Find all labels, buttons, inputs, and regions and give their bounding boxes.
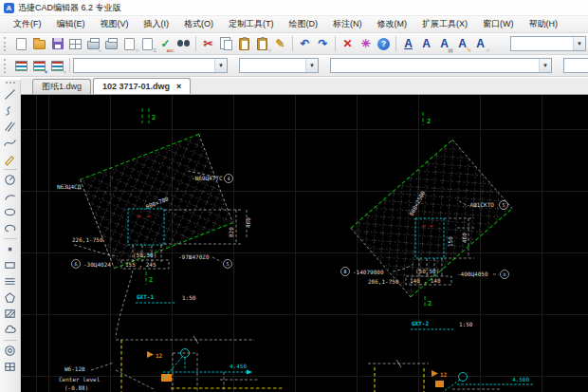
- polygon-tool[interactable]: [2, 289, 19, 306]
- bld-break-mark: [193, 336, 198, 344]
- menu-window[interactable]: 窗口(W): [475, 16, 522, 32]
- window-title: 迅捷CAD编辑器 6.2 专业版: [18, 2, 121, 14]
- paste-icon[interactable]: [235, 35, 253, 53]
- linetype-combo[interactable]: ▼: [330, 58, 552, 73]
- point-tool[interactable]: [2, 241, 19, 257]
- underline-text-icon[interactable]: A: [399, 35, 417, 53]
- save-icon[interactable]: [48, 35, 66, 53]
- purge-icon[interactable]: ✳: [357, 35, 375, 53]
- ellipse-tool[interactable]: [2, 204, 19, 220]
- chevron-down-icon[interactable]: ▼: [214, 59, 227, 72]
- sketch-tool[interactable]: [2, 151, 19, 167]
- curve-tool[interactable]: [2, 135, 19, 151]
- double-line-tool[interactable]: [2, 119, 19, 135]
- help-icon[interactable]: ?: [375, 35, 393, 53]
- gxt-1-leader-right-2: [212, 257, 222, 262]
- find-icon[interactable]: [175, 35, 193, 53]
- open-file-icon[interactable]: [30, 35, 48, 53]
- menu-dimension[interactable]: 标注(N): [325, 16, 370, 32]
- new-layer-icon[interactable]: ✦: [30, 57, 48, 75]
- gxt-2-bottom-marker: 2: [428, 300, 432, 308]
- color-combo[interactable]: ▼: [239, 58, 319, 73]
- bottom-left-detail[interactable]: W6-12B Center level (-0.88) 12 4.450: [59, 336, 285, 392]
- print-preview-icon[interactable]: ○: [120, 35, 138, 53]
- bld-cyan-leaders: [163, 357, 185, 380]
- text-style-combo[interactable]: ▼: [510, 36, 586, 51]
- spline-tool[interactable]: [2, 103, 19, 119]
- bld-orange-block: [161, 374, 172, 382]
- copy-icon[interactable]: [217, 35, 235, 53]
- delete-icon[interactable]: ✕: [339, 35, 357, 53]
- palette-separator: [4, 238, 17, 239]
- drawing-canvas[interactable]: 800×700 2 2 820 460 (50,50) 155 , 245 N6…: [21, 95, 588, 392]
- lineweight-combo[interactable]: ▼: [563, 58, 588, 73]
- gxt-1-datum-right-1-label: 4: [227, 176, 230, 181]
- save-all-icon[interactable]: [66, 35, 84, 53]
- layer-search-icon: [51, 61, 64, 71]
- multiline-tool[interactable]: [2, 273, 19, 289]
- tab-close-icon[interactable]: ×: [176, 82, 181, 91]
- menu-draw[interactable]: 绘图(D): [282, 16, 326, 32]
- gxt-2-label-right-2: -400Ц4050: [457, 271, 488, 277]
- layer-manager-icon[interactable]: [12, 57, 30, 75]
- format-painter-icon[interactable]: ✎: [271, 35, 289, 53]
- print-setup-icon[interactable]: →: [84, 35, 102, 53]
- spell-check-icon[interactable]: ✓ABC: [156, 35, 175, 53]
- bottom-right-detail[interactable]: 12 4.500: [368, 360, 533, 392]
- spell-check-icon-badge: ABC: [167, 49, 175, 53]
- menu-modify[interactable]: 修改(M): [370, 16, 415, 32]
- bld-marker-number: 12: [156, 352, 163, 359]
- viewport-tool[interactable]: [2, 359, 19, 375]
- menu-insert[interactable]: 插入(I): [137, 16, 177, 32]
- toolbar-grip[interactable]: [4, 37, 9, 51]
- bld-label-1: W6-12B: [64, 365, 85, 372]
- paste-special-icon[interactable]: ○: [253, 35, 271, 53]
- palette-grip[interactable]: [6, 82, 15, 84]
- export-icon[interactable]: ≡: [138, 35, 156, 53]
- print-icon[interactable]: [102, 35, 120, 53]
- gxt-2-dim-150: 150: [447, 236, 453, 247]
- edit-text-icon[interactable]: A✎: [453, 35, 471, 53]
- line-tool[interactable]: [2, 86, 19, 103]
- menu-help[interactable]: 帮助(H): [522, 16, 566, 32]
- layer-combo[interactable]: ▼: [73, 58, 228, 73]
- chevron-down-icon[interactable]: ▼: [305, 59, 318, 72]
- toolbar-grip[interactable]: [4, 59, 9, 73]
- chevron-down-icon[interactable]: ▼: [573, 37, 585, 50]
- font-icon[interactable]: A: [417, 35, 435, 53]
- text-style-icon[interactable]: A▤: [435, 35, 453, 53]
- bld-label-3: (-0.88): [64, 384, 88, 391]
- gxt-1-plan[interactable]: 800×700 2 2 820 460 (50,50) 155 , 245 N6…: [57, 108, 251, 338]
- gxt-2-plan[interactable]: 800×2500 2 2 460 150 (50,50) 140 , 140 B…: [341, 112, 513, 329]
- document-tab-1[interactable]: 图纸1.dwg: [32, 79, 91, 94]
- find-text-icon[interactable]: A○: [471, 35, 489, 53]
- gxt-1-label-right-2: -97Ш470Z0: [178, 253, 210, 260]
- title-bar: A 迅捷CAD编辑器 6.2 专业版: [0, 0, 588, 16]
- menu-edit[interactable]: 编辑(E): [49, 16, 93, 32]
- paste-icon: [239, 38, 249, 50]
- circle-tool[interactable]: [2, 172, 19, 188]
- drawing-viewport[interactable]: 800×700 2 2 820 460 (50,50) 155 , 245 N6…: [21, 95, 588, 392]
- menu-format[interactable]: 格式(O): [176, 16, 221, 32]
- main-toolbar-icons: →○≡✓ABC✂○✎↶↷✕✳?AAA▤A✎A○: [12, 35, 510, 53]
- undo-icon[interactable]: ↶: [296, 35, 314, 53]
- document-tab-2[interactable]: 102 3717-01.dwg×: [93, 78, 191, 94]
- menu-custom-tools[interactable]: 定制工具(T): [221, 16, 282, 32]
- bld-orange-arrow: [147, 351, 154, 358]
- new-file-icon[interactable]: [12, 35, 30, 53]
- rectangle-tool[interactable]: [2, 257, 19, 273]
- curve-tool-icon: [3, 136, 17, 150]
- layer-search-icon[interactable]: ○: [48, 57, 66, 75]
- point-tool-icon: [3, 242, 17, 256]
- menu-file[interactable]: 文件(F): [6, 16, 49, 32]
- chevron-down-icon[interactable]: ▼: [539, 59, 551, 72]
- ellipse-arc-tool[interactable]: [2, 220, 19, 236]
- menu-view[interactable]: 视图(V): [93, 16, 137, 32]
- hatch-tool[interactable]: [2, 306, 19, 322]
- redo-icon[interactable]: ↷: [314, 35, 332, 53]
- arc-tool[interactable]: [2, 188, 19, 204]
- menu-express-tools[interactable]: 扩展工具(X): [414, 16, 475, 32]
- cut-icon[interactable]: ✂: [199, 35, 217, 53]
- donut-tool[interactable]: [2, 343, 19, 359]
- cloud-tool[interactable]: [2, 322, 19, 338]
